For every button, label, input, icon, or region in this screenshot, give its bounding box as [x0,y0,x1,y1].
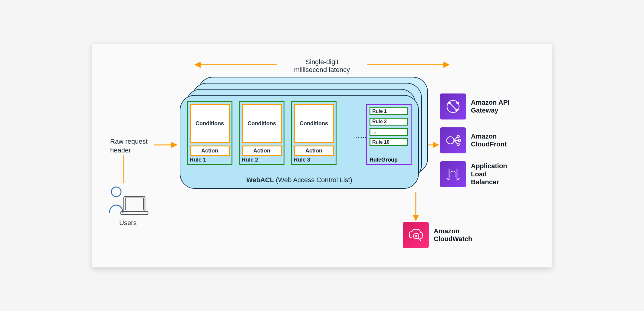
users-icon [107,184,150,221]
rule-3-box: Conditions Action Rule 3 [291,101,337,165]
rule-3-conditions: Conditions [294,104,334,143]
service-alb: Application Load Balancer [440,161,510,187]
raw-request-line2: header [110,146,131,154]
rulegroup-label: RuleGroup [370,157,398,163]
service-cloudfront: Amazon CloudFront [440,127,510,153]
rulegroup-rule-10: Rule 10 [370,138,408,146]
rules-row: Conditions Action Rule 1 Conditions Acti… [187,101,337,165]
service-api-gateway-label: Amazon API Gateway [471,99,510,115]
svg-rect-1 [124,196,145,211]
webacl-title-bold: WebACL [246,176,274,184]
rule-3-action: Action [294,146,334,156]
webacl-stack: Conditions Action Rule 1 Conditions Acti… [180,77,422,189]
rulegroup-rule-1: Rule 1 [370,107,408,115]
rulegroup-rule-2: Rule 2 [370,118,408,126]
waf-architecture-diagram: Single-digit millisecond latency Raw req… [92,44,552,267]
rule-1-label: Rule 1 [190,157,206,163]
alb-icon [440,161,466,187]
raw-request-line1: Raw request [110,138,148,145]
rule-1-conditions: Conditions [190,104,230,143]
svg-point-6 [448,102,451,104]
latency-label: Single-digit millisecond latency [294,58,350,74]
cloudfront-icon [440,127,466,153]
service-api-gateway: Amazon API Gateway [440,93,510,119]
cloudwatch-label: Amazon CloudWatch [434,227,472,243]
svg-point-19 [415,235,417,237]
svg-point-8 [456,102,459,104]
rule-1-action: Action [190,146,230,156]
rule-1-box: Conditions Action Rule 1 [187,101,232,165]
svg-rect-3 [121,211,148,214]
api-gateway-icon [440,93,466,119]
cloudwatch-icon [403,222,429,248]
rule-2-action: Action [242,146,282,156]
rule-2-conditions: Conditions [242,104,282,143]
svg-rect-2 [125,198,143,210]
webacl-title-rest: (Web Access Control List) [274,176,352,184]
ellipsis-dots: …… [353,132,367,140]
rule-2-box: Conditions Action Rule 2 [239,101,284,165]
raw-request-header-label: Raw request header [110,137,148,155]
rulegroup-rule-ellipsis: ... [370,128,408,136]
svg-point-9 [447,137,454,144]
cloudwatch: Amazon CloudWatch [403,222,472,248]
rulegroup-box: Rule 1 Rule 2 ... Rule 10 RuleGroup [366,104,412,165]
latency-label-line1: Single-digit [306,58,339,66]
service-alb-label: Application Load Balancer [471,162,507,186]
svg-point-14 [458,139,461,142]
webacl-card: Conditions Action Rule 1 Conditions Acti… [180,95,419,189]
latency-label-line2: millisecond latency [294,66,350,74]
svg-point-13 [457,135,459,138]
svg-line-5 [449,103,457,110]
svg-point-15 [457,143,459,146]
rule-3-label: Rule 3 [294,157,310,163]
service-cloudfront-label: Amazon CloudFront [471,133,507,149]
rule-2-label: Rule 2 [242,157,258,163]
webacl-title: WebACL (Web Access Control List) [180,176,418,184]
services-column: Amazon API Gateway Amazon CloudFront [440,93,510,187]
users-label: Users [119,219,136,227]
svg-point-7 [455,109,458,111]
svg-point-0 [111,187,121,197]
